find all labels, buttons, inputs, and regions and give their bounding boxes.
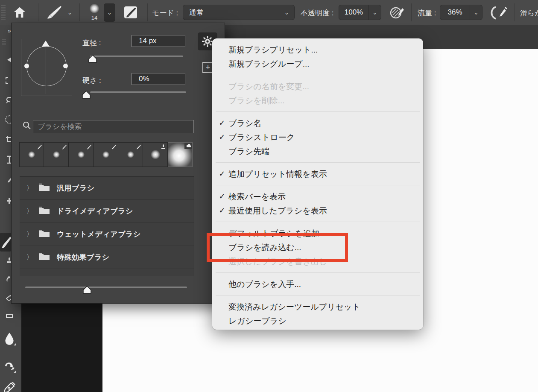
- brush-badge-icon: [86, 144, 92, 152]
- brush-tool-selected[interactable]: [0, 233, 11, 252]
- brush-panel-context-menu: 新規ブラシプリセット... 新規ブラシグループ... ブラシの名前を変更... …: [212, 38, 423, 330]
- recent-brushes-row: [19, 142, 193, 168]
- brush-tile[interactable]: [69, 142, 94, 167]
- plus-icon: +: [206, 64, 211, 71]
- hardness-slider-thumb[interactable]: [82, 91, 91, 99]
- roundness-circle: [26, 46, 67, 86]
- brush-tile[interactable]: [19, 142, 44, 167]
- brush-tile[interactable]: [143, 142, 168, 167]
- menu-item-new-brush-preset[interactable]: 新規ブラシプリセット...: [212, 43, 423, 57]
- brush-search-input[interactable]: ブラシを検索: [33, 120, 194, 133]
- flow-label: 流量 :: [418, 8, 436, 18]
- checkmark-icon: ✓: [217, 116, 227, 130]
- brush-preset-picker-toggle[interactable]: ⌄: [104, 3, 115, 22]
- menu-separator: [216, 185, 420, 185]
- flow-combo[interactable]: 36% ⌄: [440, 5, 482, 20]
- smoothing-label: 滑らか :: [520, 8, 538, 18]
- menu-item-new-brush-group[interactable]: 新規ブラシグループ...: [212, 57, 423, 71]
- blend-mode-value: 通常: [183, 8, 284, 18]
- pen-pressure-icon: [389, 6, 405, 20]
- diameter-label: 直径 :: [82, 38, 101, 48]
- menu-item-show-search-bar[interactable]: ✓検索バーを表示: [212, 190, 423, 204]
- diameter-slider-track[interactable]: [90, 56, 183, 57]
- brush-settings-panel: 直径 : 14 px 硬さ : 0% +: [11, 23, 225, 304]
- opacity-label: 不透明度 :: [301, 8, 333, 18]
- brush-badge-icon: [111, 144, 117, 152]
- brush-folder-list: 〉 汎用ブラシ 〉 ドライメディアブラシ 〉 ウェットメディアブラシ 〉 特殊効…: [20, 176, 194, 276]
- brush-tile[interactable]: [44, 142, 69, 167]
- opacity-combo[interactable]: 100% ⌄: [339, 5, 381, 20]
- brush-badge-icon: [37, 144, 42, 152]
- roundness-handle-right[interactable]: [63, 64, 68, 68]
- brush-tile[interactable]: [118, 142, 143, 167]
- diameter-slider-thumb[interactable]: [88, 55, 97, 63]
- cloud-badge-icon: [184, 143, 192, 149]
- brush-tool-icon: [46, 5, 62, 20]
- menu-item-converted-legacy-tool-presets[interactable]: 変換済みレガシーツールプリセット: [212, 300, 423, 314]
- brush-settings-panel-button[interactable]: [123, 5, 138, 20]
- brush-badge-icon: [136, 144, 141, 152]
- folder-row-dry-media[interactable]: 〉 ドライメディアブラシ: [20, 200, 194, 223]
- folder-row-special-effects[interactable]: 〉 特殊効果ブラシ: [20, 246, 194, 269]
- hardness-slider-track[interactable]: [90, 91, 186, 93]
- menu-item-brush-tip[interactable]: ブラシ先端: [212, 144, 423, 158]
- menu-separator: [216, 295, 420, 295]
- brush-tile-selected[interactable]: [168, 142, 193, 167]
- options-bar-grip[interactable]: [1, 5, 6, 20]
- gear-icon: [202, 36, 213, 47]
- menu-item-delete-brush: ブラシを削除...: [212, 94, 423, 108]
- airbrush-icon: [490, 6, 508, 20]
- folder-row-wet-media[interactable]: 〉 ウェットメディアブラシ: [20, 223, 194, 246]
- tool-preset-button[interactable]: [45, 5, 63, 20]
- folder-row-general-brushes[interactable]: 〉 汎用ブラシ: [20, 177, 194, 200]
- folder-icon: [39, 183, 50, 193]
- angle-arrow[interactable]: [42, 41, 50, 47]
- search-placeholder: ブラシを検索: [38, 122, 82, 132]
- menu-item-legacy-brushes[interactable]: レガシーブラシ: [212, 314, 423, 328]
- pen-icon: [3, 382, 15, 392]
- blur-tool[interactable]: [0, 331, 19, 348]
- menu-item-show-additional-preset-info[interactable]: ✓追加プリセット情報を表示: [212, 167, 423, 181]
- brush-preview-size: 14: [88, 15, 101, 21]
- airbrush-button[interactable]: [489, 5, 508, 20]
- chevron-down-icon: ⌄: [368, 5, 381, 20]
- hardness-input[interactable]: 0%: [132, 73, 185, 85]
- menu-item-show-recent-brushes[interactable]: ✓最近使用したブラシを表示: [212, 204, 423, 218]
- home-button[interactable]: [12, 6, 27, 19]
- folder-label: 汎用ブラシ: [57, 183, 95, 193]
- menu-separator: [216, 272, 420, 273]
- menu-separator: [216, 111, 420, 112]
- brush-badge-icon: [61, 144, 67, 152]
- gradient-tool[interactable]: [0, 307, 19, 325]
- checkmark-icon: ✓: [217, 130, 227, 144]
- menu-item-brush-name[interactable]: ✓ブラシ名: [212, 116, 423, 130]
- mode-label: モード :: [152, 8, 178, 18]
- chevron-right-icon: 〉: [26, 184, 33, 192]
- folder-icon: [39, 206, 50, 216]
- gradient-icon: [6, 313, 13, 319]
- flow-value: 36%: [440, 8, 470, 17]
- highlight-rectangle: [207, 233, 348, 262]
- brush-panel-icon: [123, 5, 138, 20]
- preview-size-slider-thumb[interactable]: [82, 286, 92, 294]
- brush-angle-control[interactable]: [21, 39, 72, 96]
- roundness-handle-left[interactable]: [24, 64, 29, 68]
- checkmark-icon: ✓: [217, 167, 227, 181]
- dodge-tool[interactable]: [0, 358, 19, 375]
- search-icon: [23, 121, 31, 132]
- opacity-pressure-button[interactable]: [389, 5, 406, 20]
- double-chevron-icon: »: [8, 27, 11, 34]
- chevron-down-icon: ⌄: [107, 9, 112, 16]
- opacity-value: 100%: [339, 8, 368, 17]
- blend-mode-select[interactable]: 通常 ⌄: [183, 5, 295, 20]
- toolbar-grip[interactable]: [2, 39, 6, 45]
- menu-item-brush-stroke[interactable]: ✓ブラシストローク: [212, 130, 423, 144]
- menu-item-get-more-brushes[interactable]: 他のブラシを入手...: [212, 277, 423, 291]
- preview-size-slider-track[interactable]: [25, 287, 187, 288]
- pen-tool[interactable]: [0, 379, 19, 392]
- brush-tile[interactable]: [94, 142, 118, 167]
- tool-preset-chevron-icon[interactable]: ⌄: [67, 9, 72, 16]
- folder-icon: [39, 229, 50, 239]
- chevron-right-icon: 〉: [26, 207, 33, 215]
- diameter-input[interactable]: 14 px: [132, 35, 185, 47]
